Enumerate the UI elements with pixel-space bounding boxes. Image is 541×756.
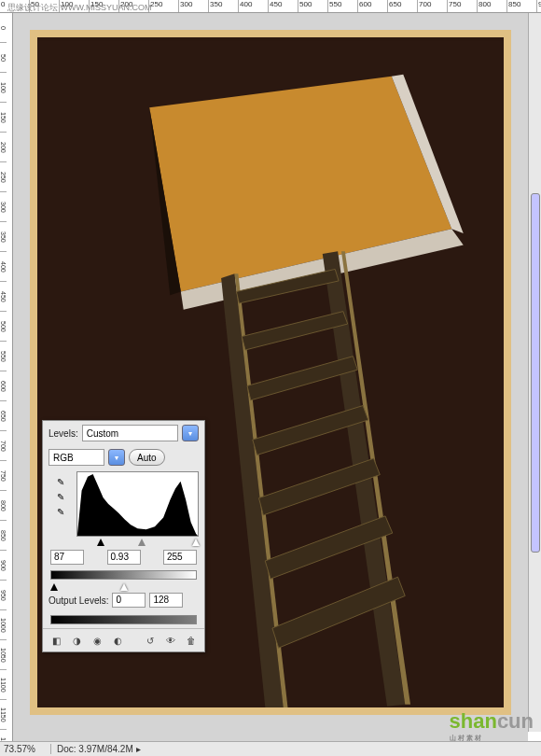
preset-dropdown-icon[interactable]: ▾	[182, 425, 199, 441]
output-gradient	[50, 615, 197, 624]
channel-dropdown-icon[interactable]: ▾	[108, 449, 125, 466]
levels-panel[interactable]: Levels: Custom ▾ RGB ▾ Auto ✎ ✎ ✎ 87 0.9…	[42, 420, 205, 652]
input-black-field[interactable]: 87	[50, 550, 84, 565]
clip-icon[interactable]: ◑	[69, 633, 84, 648]
source-watermark: 思缘设计论坛 WWW.MISSYUAN.COM	[7, 2, 152, 14]
auto-button[interactable]: Auto	[129, 449, 165, 466]
svg-marker-16	[77, 474, 198, 536]
output-label: Output Levels:	[49, 595, 108, 606]
chevron-right-icon[interactable]: ▸	[136, 744, 141, 754]
input-slider[interactable]	[50, 539, 197, 548]
histogram[interactable]	[76, 471, 199, 537]
zoom-level[interactable]: 73.57%	[0, 744, 51, 754]
doc-info[interactable]: Doc: 3.97M/84.2M ▸	[51, 744, 541, 754]
reset-icon[interactable]: ↺	[143, 633, 158, 648]
doc-size: 3.97M/84.2M	[78, 744, 132, 754]
levels-label: Levels:	[49, 428, 78, 439]
prev-icon[interactable]: ◐	[110, 633, 125, 648]
eyedropper-black-icon[interactable]: ✎	[52, 475, 69, 488]
output-black-handle[interactable]	[50, 583, 58, 591]
input-white-handle[interactable]	[192, 539, 200, 546]
input-gamma-field[interactable]: 0.93	[107, 550, 141, 565]
visibility-icon[interactable]: 👁	[163, 633, 178, 648]
panel-icon-row: ◧ ◑ ◉ ◐ ↺ 👁 🗑	[43, 628, 204, 651]
output-white-handle[interactable]	[120, 583, 128, 591]
input-gamma-handle[interactable]	[138, 539, 146, 546]
ruler-vertical: 0501001502002503003504004505005506006507…	[0, 13, 13, 745]
shancun-watermark: shancun 山村素材	[450, 709, 534, 743]
output-black-field[interactable]: 0	[112, 593, 146, 608]
preset-select[interactable]: Custom	[82, 425, 178, 441]
doc-label: Doc:	[57, 744, 76, 754]
input-gradient	[50, 570, 197, 580]
trash-icon[interactable]: 🗑	[184, 633, 199, 648]
adjustment-icon[interactable]: ◧	[49, 633, 63, 648]
status-bar: 73.57% Doc: 3.97M/84.2M ▸	[0, 741, 541, 756]
view-icon[interactable]: ◉	[90, 633, 104, 648]
eyedropper-gray-icon[interactable]: ✎	[52, 490, 69, 503]
input-black-handle[interactable]	[97, 539, 104, 546]
scroll-thumb[interactable]	[531, 193, 540, 553]
eyedropper-group: ✎ ✎ ✎	[49, 471, 73, 537]
eyedropper-white-icon[interactable]: ✎	[52, 505, 69, 518]
input-white-field[interactable]: 255	[163, 550, 197, 565]
scrollbar-vertical[interactable]	[528, 13, 541, 732]
output-white-field[interactable]: 128	[149, 593, 183, 608]
output-slider[interactable]	[50, 583, 197, 593]
channel-select[interactable]: RGB	[49, 449, 104, 466]
